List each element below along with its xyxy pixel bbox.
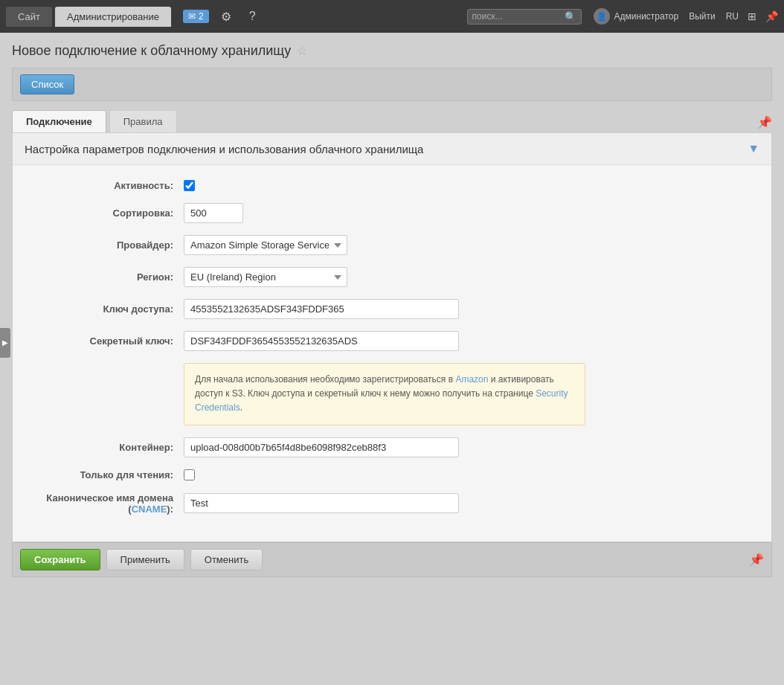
nav-icons: ✉ 2 ⚙ ?: [183, 7, 262, 27]
sort-label: Сортировка:: [35, 208, 184, 219]
cancel-button[interactable]: Отменить: [190, 549, 263, 570]
amazon-link[interactable]: Amazon: [455, 374, 488, 385]
search-icon: 🔍: [565, 11, 576, 22]
save-button[interactable]: Сохранить: [20, 549, 100, 570]
section-title: Настройка параметров подключения и испол…: [25, 143, 423, 155]
sort-row: Сортировка:: [35, 203, 749, 223]
top-navigation: Сайт Администрирование ✉ 2 ⚙ ? 🔍 👤 Админ…: [0, 0, 784, 33]
secret-key-label: Секретный ключ:: [35, 335, 184, 347]
language-selector[interactable]: RU: [726, 11, 739, 22]
access-key-input[interactable]: [184, 299, 459, 319]
page-title-row: Новое подключение к облачному хранилищу …: [12, 43, 772, 59]
activity-row: Активность:: [35, 180, 749, 191]
readonly-row: Только для чтения:: [35, 469, 749, 480]
user-label: Администратор: [614, 11, 679, 22]
favorite-icon[interactable]: ☆: [297, 44, 307, 58]
toolbar: Список: [12, 68, 772, 101]
page-content: Новое подключение к облачному хранилищу …: [0, 33, 784, 588]
badge-count: 2: [199, 11, 204, 22]
collapse-icon[interactable]: ▼: [748, 142, 759, 155]
section-header: Настройка параметров подключения и испол…: [13, 133, 771, 165]
secret-key-row: Секретный ключ:: [35, 331, 749, 351]
access-key-row: Ключ доступа:: [35, 299, 749, 319]
cname-row: Каноническое имя домена (CNAME):: [35, 492, 749, 515]
activity-checkbox[interactable]: [184, 180, 195, 191]
readonly-label: Только для чтения:: [35, 469, 184, 480]
access-key-label: Ключ доступа:: [35, 303, 184, 315]
info-row: Для начала использования необходимо заре…: [35, 363, 749, 425]
cname-link[interactable]: CNAME: [132, 504, 167, 515]
info-box: Для начала использования необходимо заре…: [184, 363, 585, 425]
container-input[interactable]: [184, 437, 459, 457]
logout-button[interactable]: Выйти: [689, 11, 716, 22]
cname-label: Каноническое имя домена (CNAME):: [35, 492, 184, 515]
info-text-3: .: [240, 402, 242, 413]
grid-icon[interactable]: ⊞: [748, 10, 756, 22]
settings-icon[interactable]: ⚙: [215, 7, 237, 27]
user-avatar: 👤: [594, 8, 610, 25]
sort-input[interactable]: [184, 203, 243, 223]
provider-select[interactable]: Amazon Simple Storage Service: [184, 235, 347, 255]
apply-button[interactable]: Применить: [106, 549, 184, 570]
container-label: Контейнер:: [35, 442, 184, 453]
provider-label: Провайдер:: [35, 239, 184, 251]
messages-badge[interactable]: ✉ 2: [183, 10, 209, 23]
activity-label: Активность:: [35, 180, 184, 191]
list-button[interactable]: Список: [20, 74, 74, 94]
tab-admin[interactable]: Администрирование: [55, 7, 171, 27]
side-handle[interactable]: ▶: [0, 328, 10, 358]
region-row: Регион: EU (Ireland) Region: [35, 267, 749, 287]
form-body: Активность: Сортировка: Провайдер: Amazo…: [13, 165, 771, 541]
tab-connection[interactable]: Подключение: [12, 110, 106, 132]
container-row: Контейнер:: [35, 437, 749, 457]
region-select[interactable]: EU (Ireland) Region: [184, 267, 347, 287]
search-box: 🔍: [467, 9, 582, 25]
cname-input[interactable]: [184, 493, 459, 513]
info-spacer: [35, 363, 184, 425]
user-menu[interactable]: 👤 Администратор: [594, 8, 679, 25]
readonly-checkbox[interactable]: [184, 469, 195, 480]
search-input[interactable]: [472, 11, 562, 22]
page-title: Новое подключение к облачному хранилищу: [12, 43, 291, 59]
bottom-toolbar: Сохранить Применить Отменить 📌: [12, 542, 772, 577]
form-card: Настройка параметров подключения и испол…: [12, 132, 772, 542]
info-text-1: Для начала использования необходимо заре…: [195, 374, 455, 385]
bottom-pin-icon[interactable]: 📌: [749, 553, 764, 567]
pin-icon[interactable]: 📌: [765, 10, 778, 22]
provider-row: Провайдер: Amazon Simple Storage Service: [35, 235, 749, 255]
tab-site[interactable]: Сайт: [6, 7, 52, 27]
tab-pin-icon[interactable]: 📌: [757, 115, 772, 132]
tabs-row: Подключение Правила 📌: [12, 110, 772, 132]
message-icon: ✉: [188, 11, 196, 22]
help-icon[interactable]: ?: [243, 7, 262, 26]
secret-key-input[interactable]: [184, 331, 459, 351]
tab-rules[interactable]: Правила: [109, 110, 177, 132]
region-label: Регион:: [35, 271, 184, 283]
